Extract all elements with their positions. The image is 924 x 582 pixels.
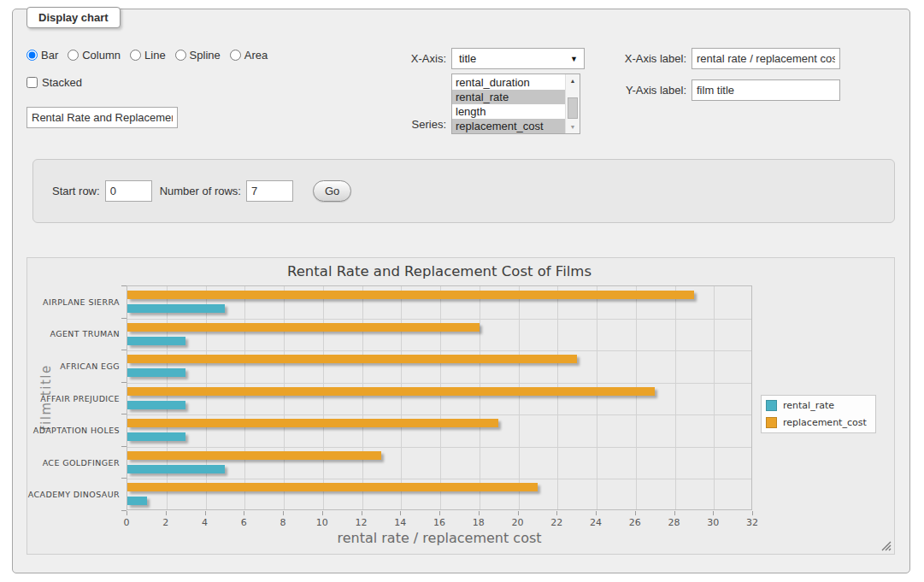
x-tick-mark bbox=[439, 511, 440, 515]
gridline-vertical bbox=[714, 286, 715, 509]
gridline-vertical bbox=[323, 286, 324, 509]
radio-label: Line bbox=[144, 49, 166, 62]
x-axis-label-input[interactable] bbox=[692, 48, 840, 69]
x-tick-label: 4 bbox=[191, 517, 220, 528]
x-axis-label-field-label: X-Axis label: bbox=[618, 52, 686, 65]
x-tick-label: 16 bbox=[425, 517, 454, 528]
y-category-label: AIRPLANE SIERRA bbox=[27, 297, 120, 307]
scrollbar-thumb[interactable] bbox=[568, 97, 578, 119]
y-tick-mark bbox=[121, 350, 127, 350]
x-axis-label: X-Axis: bbox=[397, 52, 446, 65]
radio-line[interactable] bbox=[130, 50, 141, 61]
gridline-vertical bbox=[480, 286, 480, 509]
y-category-label: AGENT TRUMAN bbox=[27, 329, 120, 338]
series-row: Series: rental_durationrental_ratelength… bbox=[397, 73, 580, 134]
bar-replacement_cost bbox=[127, 483, 538, 491]
x-tick-mark bbox=[205, 511, 206, 515]
x-tick-label: 14 bbox=[385, 517, 415, 528]
y-axis-label-field-label: Y-Axis label: bbox=[618, 84, 686, 97]
display-chart-panel: Display chart BarColumnLineSplineArea St… bbox=[12, 9, 910, 573]
chart-legend: rental_ratereplacement_cost bbox=[761, 395, 876, 433]
y-category-label: ACADEMY DINOSAUR bbox=[27, 490, 120, 499]
plot-area bbox=[127, 285, 752, 510]
gridline-vertical bbox=[244, 286, 245, 509]
y-tick-mark bbox=[121, 414, 127, 414]
x-tick-mark bbox=[166, 511, 167, 515]
legend-label: replacement_cost bbox=[783, 417, 867, 428]
scroll-down-icon[interactable]: ▼ bbox=[566, 121, 580, 133]
start-row-input[interactable] bbox=[105, 180, 152, 202]
legend-swatch-replacement_cost bbox=[766, 417, 777, 428]
gridline-vertical bbox=[167, 286, 168, 509]
chart-title-input[interactable] bbox=[26, 107, 178, 128]
x-tick-label: 22 bbox=[542, 517, 571, 528]
bar-replacement_cost bbox=[127, 387, 655, 396]
bar-rental_rate bbox=[127, 465, 225, 473]
gridline-vertical bbox=[519, 286, 520, 509]
num-rows-input[interactable] bbox=[246, 180, 293, 202]
x-tick-mark bbox=[400, 511, 401, 515]
radio-label: Bar bbox=[41, 49, 58, 62]
stacked-checkbox[interactable] bbox=[26, 77, 38, 88]
series-option-replacement_cost[interactable]: replacement_cost bbox=[452, 119, 565, 133]
gridline-horizontal bbox=[127, 383, 751, 384]
gridline-vertical bbox=[284, 286, 285, 509]
x-tick-mark bbox=[244, 511, 244, 515]
x-tick-mark bbox=[322, 511, 323, 515]
y-category-label: ADAPTATION HOLES bbox=[27, 426, 120, 435]
x-tick-mark bbox=[127, 511, 127, 515]
x-tick-mark bbox=[556, 511, 557, 515]
y-tick-mark bbox=[121, 285, 127, 286]
gridline-horizontal bbox=[127, 319, 751, 320]
x-tick-label: 30 bbox=[698, 517, 727, 528]
series-option-rental_duration[interactable]: rental_duration bbox=[452, 75, 565, 90]
series-label: Series: bbox=[397, 118, 446, 131]
x-tick-label: 2 bbox=[151, 517, 180, 528]
num-rows-label: Number of rows: bbox=[160, 185, 241, 197]
y-tick-mark bbox=[121, 382, 127, 383]
x-tick-label: 24 bbox=[581, 517, 610, 528]
gridline-vertical bbox=[675, 286, 676, 509]
y-category-label: AFRICAN EGG bbox=[27, 362, 120, 371]
panel-title: Display chart bbox=[26, 7, 121, 28]
scroll-up-icon[interactable]: ▲ bbox=[566, 74, 580, 87]
x-tick-mark bbox=[713, 511, 714, 515]
gridline-vertical bbox=[440, 286, 441, 509]
chart-type-option-area: Area bbox=[230, 49, 268, 62]
series-option-rental_rate[interactable]: rental_rate bbox=[452, 90, 565, 104]
series-multiselect[interactable]: rental_durationrental_ratelengthreplacem… bbox=[451, 73, 580, 134]
radio-bar[interactable] bbox=[26, 50, 38, 61]
bar-replacement_cost bbox=[127, 355, 577, 363]
x-axis-label-row: X-Axis label: bbox=[618, 48, 840, 69]
radio-area[interactable] bbox=[230, 50, 241, 61]
chart-type-option-column: Column bbox=[68, 49, 121, 62]
y-tick-mark bbox=[121, 478, 127, 479]
chart-container: Rental Rate and Replacement Cost of Film… bbox=[26, 257, 895, 555]
x-tick-mark bbox=[518, 511, 519, 515]
legend-label: rental_rate bbox=[783, 400, 834, 411]
gridline-vertical bbox=[557, 286, 558, 509]
go-button[interactable]: Go bbox=[313, 180, 351, 202]
x-tick-mark bbox=[596, 511, 597, 515]
x-tick-label: 12 bbox=[347, 517, 376, 528]
radio-label: Column bbox=[82, 49, 121, 62]
series-option-length[interactable]: length bbox=[452, 104, 565, 119]
x-tick-label: 20 bbox=[503, 517, 533, 528]
bar-rental_rate bbox=[127, 368, 185, 377]
y-tick-mark bbox=[121, 510, 127, 511]
x-tick-label: 6 bbox=[229, 517, 258, 528]
y-category-label: ACE GOLDFINGER bbox=[27, 458, 120, 467]
bar-replacement_cost bbox=[127, 323, 480, 332]
radio-column[interactable] bbox=[68, 50, 79, 61]
radio-spline[interactable] bbox=[175, 50, 186, 61]
x-axis-selected-value: title bbox=[459, 52, 476, 65]
bar-replacement_cost bbox=[127, 291, 694, 299]
x-tick-label: 32 bbox=[738, 517, 767, 528]
listbox-scrollbar[interactable]: ▲ ▼ bbox=[565, 74, 580, 133]
y-axis-label-input[interactable] bbox=[692, 79, 840, 101]
bar-rental_rate bbox=[127, 497, 147, 505]
x-axis-select[interactable]: title ▼ bbox=[451, 48, 585, 69]
resize-handle-icon[interactable] bbox=[881, 541, 892, 551]
chart-type-option-spline: Spline bbox=[175, 49, 221, 62]
bar-rental_rate bbox=[127, 304, 225, 313]
